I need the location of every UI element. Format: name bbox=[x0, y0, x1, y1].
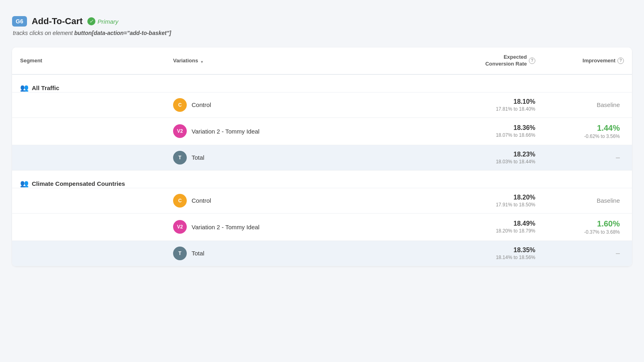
improvement-baseline: Baseline bbox=[597, 197, 620, 204]
avatar: T bbox=[173, 151, 187, 165]
variation-name: Variation 2 - Tommy Ideal bbox=[192, 128, 260, 135]
col-improvement: Improvement ? bbox=[535, 54, 624, 68]
improvement-cell: Baseline bbox=[535, 197, 624, 204]
conv-range: 18.03% to 18.44% bbox=[455, 159, 535, 165]
improvement-baseline: Baseline bbox=[597, 101, 620, 108]
conversion-cell: 18.20% 17.91% to 18.50% bbox=[455, 194, 535, 208]
conversion-cell: 18.10% 17.81% to 18.40% bbox=[455, 98, 535, 112]
primary-label: Primary bbox=[97, 18, 118, 25]
variation-cell: V2 Variation 2 - Tommy Ideal bbox=[173, 124, 455, 138]
improvement-cell: – bbox=[535, 153, 624, 162]
avatar: V2 bbox=[173, 220, 187, 234]
conv-main: 18.10% bbox=[455, 98, 535, 105]
people-icon: 👥 bbox=[20, 179, 29, 188]
description-prefix: tracks clicks on element bbox=[13, 30, 73, 36]
results-table: Segment Variations Expected Conversion R… bbox=[12, 47, 632, 266]
ecr-help-icon[interactable]: ? bbox=[529, 58, 535, 64]
primary-badge: ✓ Primary bbox=[87, 17, 118, 25]
improvement-value: 1.60% bbox=[535, 219, 620, 228]
conversion-cell: 18.35% 18.14% to 18.56% bbox=[455, 247, 535, 260]
conv-range: 17.81% to 18.40% bbox=[455, 106, 535, 112]
segment-name: Climate Compensated Countries bbox=[32, 180, 125, 187]
segment-col-label: Segment bbox=[20, 58, 42, 64]
variation-name: Variation 2 - Tommy Ideal bbox=[192, 224, 260, 230]
variation-name: Control bbox=[192, 101, 211, 108]
conversion-cell: 18.36% 18.07% to 18.66% bbox=[455, 124, 535, 138]
ecr-line1: Expected bbox=[485, 54, 527, 61]
conv-range: 18.14% to 18.56% bbox=[455, 255, 535, 260]
col-conversion-rate: Expected Conversion Rate ? bbox=[455, 54, 535, 68]
segment-climate-countries: 👥 Climate Compensated Countries C Contro… bbox=[12, 171, 632, 266]
segment-label: 👥 Climate Compensated Countries bbox=[20, 178, 173, 188]
table-row: T Total 18.35% 18.14% to 18.56% – bbox=[12, 241, 632, 266]
segment-name: All Traffic bbox=[32, 84, 59, 91]
table-row: V2 Variation 2 - Tommy Ideal 18.36% 18.0… bbox=[12, 117, 632, 145]
variation-name: Control bbox=[192, 197, 211, 204]
avatar: C bbox=[173, 194, 187, 208]
conversion-cell: 18.49% 18.20% to 18.79% bbox=[455, 220, 535, 234]
improvement-value: 1.44% bbox=[535, 123, 620, 133]
variation-cell: C Control bbox=[173, 98, 455, 112]
conv-main: 18.36% bbox=[455, 124, 535, 132]
variation-name: Total bbox=[192, 250, 204, 257]
conv-main: 18.49% bbox=[455, 220, 535, 227]
conversion-cell: 18.23% 18.03% to 18.44% bbox=[455, 151, 535, 165]
description-selector: button[data-action="add-to-basket"] bbox=[74, 30, 171, 36]
ecr-line2: Conversion Rate bbox=[485, 61, 527, 68]
segment-label-row: 👥 All Traffic bbox=[12, 75, 632, 92]
variation-cell: T Total bbox=[173, 247, 455, 260]
variations-col-label: Variations bbox=[173, 58, 198, 64]
variation-cell: T Total bbox=[173, 151, 455, 165]
people-icon: 👥 bbox=[20, 84, 29, 92]
table-row: V2 Variation 2 - Tommy Ideal 18.49% 18.2… bbox=[12, 213, 632, 241]
improvement-cell: 1.44% -0.62% to 3.56% bbox=[535, 123, 624, 139]
improvement-help-icon[interactable]: ? bbox=[617, 58, 624, 64]
improvement-cell: – bbox=[535, 249, 624, 257]
col-segment: Segment bbox=[20, 54, 173, 68]
table-header: Segment Variations Expected Conversion R… bbox=[12, 47, 632, 75]
conv-main: 18.20% bbox=[455, 194, 535, 201]
conv-range: 18.07% to 18.66% bbox=[455, 132, 535, 138]
table-row: C Control 18.20% 17.91% to 18.50% Baseli… bbox=[12, 188, 632, 213]
improvement-col-label: Improvement bbox=[582, 58, 615, 64]
table-row: C Control 18.10% 17.81% to 18.40% Baseli… bbox=[12, 92, 632, 117]
improvement-dash: – bbox=[616, 153, 620, 161]
conv-main: 18.35% bbox=[455, 247, 535, 254]
improvement-dash: – bbox=[616, 249, 620, 257]
variation-cell: V2 Variation 2 - Tommy Ideal bbox=[173, 220, 455, 234]
filter-icon[interactable] bbox=[200, 58, 206, 63]
conv-range: 17.91% to 18.50% bbox=[455, 202, 535, 208]
page-container: G6 Add-To-Cart ✓ Primary tracks clicks o… bbox=[0, 0, 644, 278]
conv-range: 18.20% to 18.79% bbox=[455, 228, 535, 234]
improvement-range: -0.37% to 3.68% bbox=[535, 229, 620, 235]
col-variations: Variations bbox=[173, 54, 455, 68]
goal-header: G6 Add-To-Cart ✓ Primary bbox=[12, 16, 632, 27]
goal-badge: G6 bbox=[12, 16, 27, 27]
segment-all-traffic: 👥 All Traffic C Control 18.10% 17.81% to… bbox=[12, 75, 632, 171]
segment-label: 👥 All Traffic bbox=[20, 82, 173, 92]
avatar: C bbox=[173, 98, 187, 112]
improvement-range: -0.62% to 3.56% bbox=[535, 134, 620, 139]
segment-label-row: 👥 Climate Compensated Countries bbox=[12, 171, 632, 188]
table-row: T Total 18.23% 18.03% to 18.44% – bbox=[12, 145, 632, 170]
conv-main: 18.23% bbox=[455, 151, 535, 158]
improvement-cell: Baseline bbox=[535, 101, 624, 108]
goal-description: tracks clicks on element button[data-act… bbox=[13, 30, 632, 36]
avatar: V2 bbox=[173, 124, 187, 138]
improvement-cell: 1.60% -0.37% to 3.68% bbox=[535, 219, 624, 235]
goal-title: Add-To-Cart bbox=[32, 16, 83, 27]
variation-cell: C Control bbox=[173, 194, 455, 208]
checkmark-icon: ✓ bbox=[87, 17, 95, 25]
variation-name: Total bbox=[192, 154, 204, 161]
avatar: T bbox=[173, 247, 187, 260]
